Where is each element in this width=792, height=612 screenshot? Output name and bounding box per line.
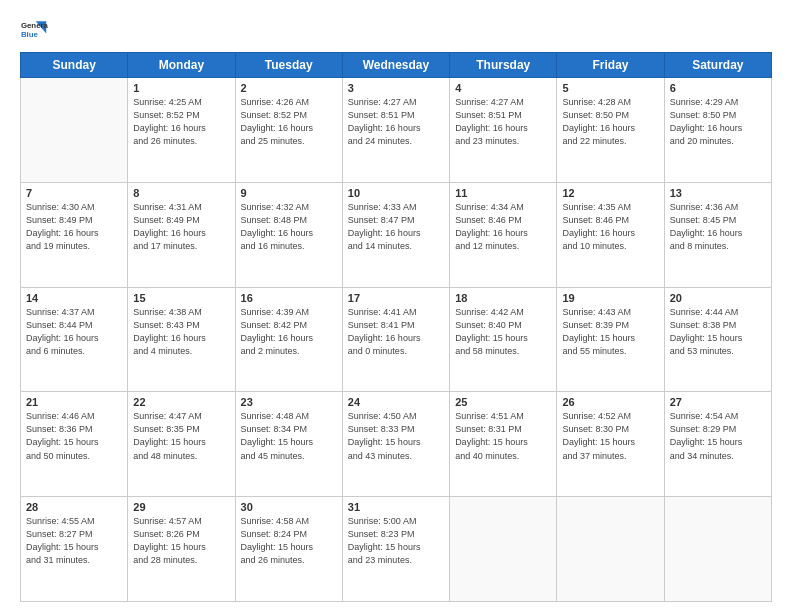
day-info: Sunrise: 4:32 AMSunset: 8:48 PMDaylight:… [241,201,337,253]
day-number: 3 [348,82,444,94]
day-info: Sunrise: 4:28 AMSunset: 8:50 PMDaylight:… [562,96,658,148]
calendar-table: SundayMondayTuesdayWednesdayThursdayFrid… [20,52,772,602]
page-header: General Blue [20,16,772,44]
day-info: Sunrise: 4:27 AMSunset: 8:51 PMDaylight:… [348,96,444,148]
logo-icon: General Blue [20,16,48,44]
day-number: 28 [26,501,122,513]
calendar-cell: 11Sunrise: 4:34 AMSunset: 8:46 PMDayligh… [450,182,557,287]
day-info: Sunrise: 4:27 AMSunset: 8:51 PMDaylight:… [455,96,551,148]
day-number: 31 [348,501,444,513]
calendar-cell: 30Sunrise: 4:58 AMSunset: 8:24 PMDayligh… [235,497,342,602]
calendar-cell: 31Sunrise: 5:00 AMSunset: 8:23 PMDayligh… [342,497,449,602]
day-number: 1 [133,82,229,94]
day-number: 21 [26,396,122,408]
day-info: Sunrise: 5:00 AMSunset: 8:23 PMDaylight:… [348,515,444,567]
calendar-cell: 4Sunrise: 4:27 AMSunset: 8:51 PMDaylight… [450,78,557,183]
day-number: 8 [133,187,229,199]
day-info: Sunrise: 4:31 AMSunset: 8:49 PMDaylight:… [133,201,229,253]
day-info: Sunrise: 4:33 AMSunset: 8:47 PMDaylight:… [348,201,444,253]
day-number: 23 [241,396,337,408]
calendar-cell: 23Sunrise: 4:48 AMSunset: 8:34 PMDayligh… [235,392,342,497]
day-info: Sunrise: 4:30 AMSunset: 8:49 PMDaylight:… [26,201,122,253]
day-header-sunday: Sunday [21,53,128,78]
day-info: Sunrise: 4:43 AMSunset: 8:39 PMDaylight:… [562,306,658,358]
day-header-thursday: Thursday [450,53,557,78]
day-number: 22 [133,396,229,408]
calendar-cell: 3Sunrise: 4:27 AMSunset: 8:51 PMDaylight… [342,78,449,183]
logo: General Blue [20,16,48,44]
calendar-cell [21,78,128,183]
day-number: 20 [670,292,766,304]
day-number: 13 [670,187,766,199]
day-number: 2 [241,82,337,94]
day-number: 19 [562,292,658,304]
calendar-cell: 13Sunrise: 4:36 AMSunset: 8:45 PMDayligh… [664,182,771,287]
day-info: Sunrise: 4:57 AMSunset: 8:26 PMDaylight:… [133,515,229,567]
calendar-cell: 26Sunrise: 4:52 AMSunset: 8:30 PMDayligh… [557,392,664,497]
calendar-cell [557,497,664,602]
calendar-cell: 15Sunrise: 4:38 AMSunset: 8:43 PMDayligh… [128,287,235,392]
day-info: Sunrise: 4:25 AMSunset: 8:52 PMDaylight:… [133,96,229,148]
calendar-cell: 27Sunrise: 4:54 AMSunset: 8:29 PMDayligh… [664,392,771,497]
day-info: Sunrise: 4:52 AMSunset: 8:30 PMDaylight:… [562,410,658,462]
day-header-monday: Monday [128,53,235,78]
calendar-cell: 2Sunrise: 4:26 AMSunset: 8:52 PMDaylight… [235,78,342,183]
day-number: 7 [26,187,122,199]
day-header-saturday: Saturday [664,53,771,78]
svg-text:General: General [21,21,48,30]
calendar-cell: 6Sunrise: 4:29 AMSunset: 8:50 PMDaylight… [664,78,771,183]
day-info: Sunrise: 4:48 AMSunset: 8:34 PMDaylight:… [241,410,337,462]
day-number: 4 [455,82,551,94]
calendar-cell: 7Sunrise: 4:30 AMSunset: 8:49 PMDaylight… [21,182,128,287]
calendar-cell: 10Sunrise: 4:33 AMSunset: 8:47 PMDayligh… [342,182,449,287]
day-info: Sunrise: 4:41 AMSunset: 8:41 PMDaylight:… [348,306,444,358]
calendar-cell [450,497,557,602]
day-number: 14 [26,292,122,304]
calendar-cell: 5Sunrise: 4:28 AMSunset: 8:50 PMDaylight… [557,78,664,183]
day-header-tuesday: Tuesday [235,53,342,78]
day-info: Sunrise: 4:34 AMSunset: 8:46 PMDaylight:… [455,201,551,253]
day-header-friday: Friday [557,53,664,78]
day-number: 18 [455,292,551,304]
day-info: Sunrise: 4:35 AMSunset: 8:46 PMDaylight:… [562,201,658,253]
calendar-cell: 21Sunrise: 4:46 AMSunset: 8:36 PMDayligh… [21,392,128,497]
calendar-cell: 25Sunrise: 4:51 AMSunset: 8:31 PMDayligh… [450,392,557,497]
day-number: 5 [562,82,658,94]
day-number: 26 [562,396,658,408]
day-number: 24 [348,396,444,408]
calendar-cell: 29Sunrise: 4:57 AMSunset: 8:26 PMDayligh… [128,497,235,602]
day-number: 25 [455,396,551,408]
calendar-cell: 20Sunrise: 4:44 AMSunset: 8:38 PMDayligh… [664,287,771,392]
day-info: Sunrise: 4:39 AMSunset: 8:42 PMDaylight:… [241,306,337,358]
day-number: 6 [670,82,766,94]
day-info: Sunrise: 4:54 AMSunset: 8:29 PMDaylight:… [670,410,766,462]
day-info: Sunrise: 4:46 AMSunset: 8:36 PMDaylight:… [26,410,122,462]
calendar-cell: 12Sunrise: 4:35 AMSunset: 8:46 PMDayligh… [557,182,664,287]
svg-text:Blue: Blue [21,30,39,39]
day-number: 15 [133,292,229,304]
day-number: 27 [670,396,766,408]
day-info: Sunrise: 4:47 AMSunset: 8:35 PMDaylight:… [133,410,229,462]
day-number: 12 [562,187,658,199]
day-number: 9 [241,187,337,199]
calendar-cell: 24Sunrise: 4:50 AMSunset: 8:33 PMDayligh… [342,392,449,497]
calendar-cell: 14Sunrise: 4:37 AMSunset: 8:44 PMDayligh… [21,287,128,392]
day-number: 10 [348,187,444,199]
calendar-cell: 9Sunrise: 4:32 AMSunset: 8:48 PMDaylight… [235,182,342,287]
day-info: Sunrise: 4:55 AMSunset: 8:27 PMDaylight:… [26,515,122,567]
day-info: Sunrise: 4:50 AMSunset: 8:33 PMDaylight:… [348,410,444,462]
day-number: 17 [348,292,444,304]
day-info: Sunrise: 4:58 AMSunset: 8:24 PMDaylight:… [241,515,337,567]
calendar-cell: 8Sunrise: 4:31 AMSunset: 8:49 PMDaylight… [128,182,235,287]
calendar-cell: 16Sunrise: 4:39 AMSunset: 8:42 PMDayligh… [235,287,342,392]
calendar-cell [664,497,771,602]
day-info: Sunrise: 4:36 AMSunset: 8:45 PMDaylight:… [670,201,766,253]
calendar-cell: 17Sunrise: 4:41 AMSunset: 8:41 PMDayligh… [342,287,449,392]
calendar-header: SundayMondayTuesdayWednesdayThursdayFrid… [21,53,772,78]
day-number: 11 [455,187,551,199]
day-header-wednesday: Wednesday [342,53,449,78]
day-info: Sunrise: 4:51 AMSunset: 8:31 PMDaylight:… [455,410,551,462]
day-number: 29 [133,501,229,513]
day-info: Sunrise: 4:26 AMSunset: 8:52 PMDaylight:… [241,96,337,148]
day-info: Sunrise: 4:38 AMSunset: 8:43 PMDaylight:… [133,306,229,358]
